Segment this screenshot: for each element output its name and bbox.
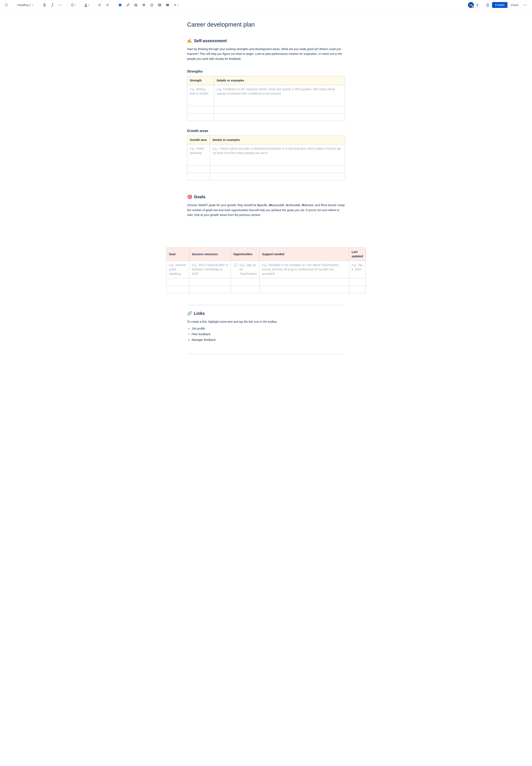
alignment-button[interactable]: ▾ [70,2,77,8]
table-row [166,286,366,293]
chevron-down-icon: ▾ [177,4,179,7]
table-cell[interactable] [231,278,260,286]
table-cell[interactable]: e.g., Sign up for Toastmasters [231,261,260,278]
table-header[interactable]: Details or examples [210,135,345,144]
table-header[interactable]: Details or examples [214,76,345,85]
table-cell[interactable] [187,113,214,121]
numbered-list-button[interactable]: 123 [104,2,111,8]
mention-button[interactable] [140,2,147,8]
layouts-button[interactable] [164,2,171,8]
self-assessment-heading[interactable]: ✍️ Self-assessment [187,38,345,44]
action-item-checkbox[interactable] [234,264,237,266]
restrictions-button[interactable] [484,2,491,8]
table-cell[interactable]: e.g., Writing how-to articles [187,85,214,106]
list-item[interactable]: Job profile [192,326,345,331]
table-row: e.g., Public speaking e.g., I haven't gi… [187,144,345,165]
table-header[interactable]: Goal [166,248,189,261]
table-row: e.g., Writing how-to articles e.g., Feed… [187,85,345,106]
table-header[interactable]: Support needed [260,248,349,261]
table-cell[interactable] [260,286,349,293]
emoji-button[interactable] [148,2,155,8]
table-row [166,278,366,286]
svg-rect-17 [158,4,161,6]
growth-table[interactable]: Growth area Details or examples e.g., Pu… [187,135,345,180]
writing-hand-emoji-icon: ✍️ [187,38,192,44]
goals-table[interactable]: Goal Success measures Opportunities Supp… [166,248,366,293]
table-cell[interactable] [187,106,214,113]
table-cell[interactable] [166,278,189,286]
table-cell[interactable] [187,173,210,180]
close-button[interactable]: Close [509,2,520,8]
table-cell[interactable] [189,286,231,293]
publish-button[interactable]: Publish [492,2,507,8]
toolbar-separator [93,2,93,7]
links-intro[interactable]: To create a link, highlight some text an… [187,319,345,324]
table-cell[interactable]: e.g., Give 2 external talks or facilitat… [189,261,231,278]
more-formatting-button[interactable] [57,2,64,8]
italic-button[interactable] [49,2,56,8]
text-style-select[interactable]: Heading 2 ▾ [16,2,35,8]
bold-button[interactable] [41,2,48,8]
action-item-button[interactable] [117,2,123,8]
table-cell[interactable] [187,165,210,173]
table-cell[interactable]: e.g., I haven't given any talks or facil… [210,144,345,165]
self-assessment-intro[interactable]: Start by thinking through your existing … [187,47,345,62]
more-actions-button[interactable] [522,2,528,8]
svg-point-4 [98,4,99,4]
table-header[interactable]: Last updated [349,248,366,261]
table-cell[interactable]: e.g., Improve public speaking [166,261,189,278]
table-cell[interactable] [349,278,366,286]
image-button[interactable] [133,2,139,8]
goals-intro[interactable]: Choose SMART goals for your growth: they… [187,203,345,218]
table-cell[interactable]: e.g., Flexibility in my schedule so I ca… [260,261,349,278]
svg-point-15 [151,5,151,5]
insert-more-button[interactable]: ▾ [172,2,179,8]
confluence-logo-icon[interactable] [4,2,9,8]
link-button[interactable] [125,2,131,8]
svg-point-23 [526,5,526,5]
table-row [187,106,345,113]
table-cell[interactable] [214,106,345,113]
divider [187,354,345,354]
table-cell[interactable]: e.g., Feedback on the migration article … [214,85,345,106]
table-header[interactable]: Success measures [189,248,231,261]
table-row [187,113,345,121]
link-emoji-icon: 🔗 [187,310,192,316]
strengths-heading[interactable]: Strengths [187,69,345,74]
table-cell[interactable]: e.g., Jan 6, 2020 [349,261,366,278]
svg-point-14 [150,4,153,6]
growth-heading[interactable]: Growth areas [187,128,345,133]
presence-indicator-icon: c [472,6,474,8]
table-header[interactable]: Growth area [187,135,210,144]
svg-point-2 [61,5,62,5]
table-header[interactable]: Opportunities [231,248,260,261]
svg-rect-20 [486,5,489,6]
table-cell[interactable]: e.g., Public speaking [187,144,210,165]
table-cell[interactable] [260,278,349,286]
table-header[interactable]: Strength [187,76,214,85]
svg-point-16 [152,5,152,5]
table-cell[interactable] [189,278,231,286]
table-cell[interactable] [231,286,260,293]
table-cell[interactable] [210,165,345,173]
table-cell[interactable] [210,173,345,180]
user-avatar[interactable]: CK c [468,2,474,8]
goals-heading[interactable]: 🎯 Goals [187,194,345,200]
page-title[interactable]: Career development plan [187,20,345,29]
table-cell[interactable] [349,286,366,293]
svg-rect-18 [166,4,167,6]
invite-button[interactable] [475,2,480,8]
strengths-table[interactable]: Strength Details or examples e.g., Writi… [187,76,345,121]
text-color-button[interactable]: ▾ [83,2,90,8]
divider [187,305,345,305]
bullet-list-button[interactable] [96,2,103,8]
list-item[interactable]: Peer feedback [192,332,345,336]
table-button[interactable] [156,2,163,8]
editor-toolbar: Heading 2 ▾ ▾ ▾ 123 ▾ CK c Publish Close [0,0,532,10]
links-heading[interactable]: 🔗 Links [187,310,345,316]
links-list[interactable]: Job profile Peer feedback Manager feedba… [187,326,345,342]
table-cell[interactable] [214,113,345,121]
svg-rect-10 [119,4,121,6]
table-cell[interactable] [166,286,189,293]
list-item[interactable]: Manager feedback [192,338,345,342]
